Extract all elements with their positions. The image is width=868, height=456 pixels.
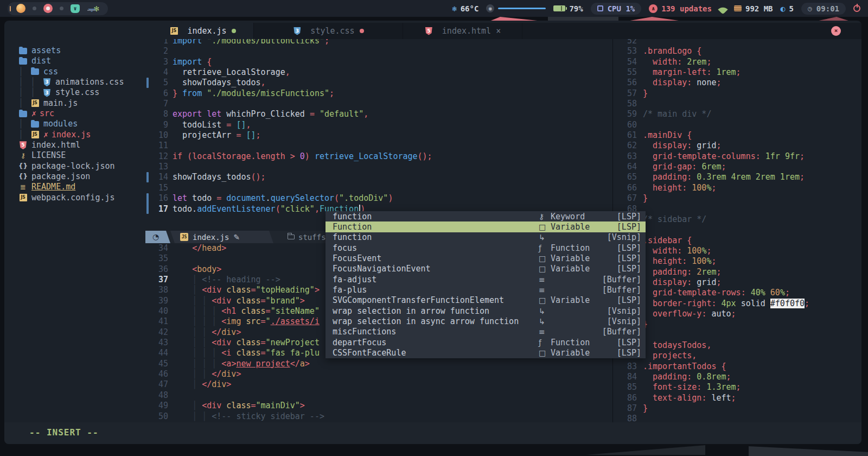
tree-item-style-css[interactable]: ││3style.css xyxy=(4,87,152,98)
code-line-3[interactable]: 3import { xyxy=(152,57,613,67)
code-line-66[interactable]: 66 height: 100%; xyxy=(613,183,861,193)
code-line-64[interactable]: 64 grid-gap: 6rem; xyxy=(613,162,861,172)
code-line-85[interactable]: 85 font-size: 1.3rem; xyxy=(613,382,861,392)
tab-close-icon[interactable]: × xyxy=(496,26,501,36)
editor-index-js[interactable]: 1import "./modules/buttonClicks";23impor… xyxy=(152,36,613,232)
completion-item-miscfunctions[interactable]: miscFunctions≡[Buffer] xyxy=(326,327,646,337)
chromium-icon[interactable] xyxy=(43,4,53,13)
wifi-icon[interactable] xyxy=(718,4,727,14)
code-line-8[interactable]: 8export let whichPro_Clicked = "default"… xyxy=(152,109,613,119)
code-line-78[interactable]: 78 overflow-y: auto; xyxy=(613,309,861,319)
completion-item-wrap-selection-in-async-arrow-function[interactable]: wrap selection in async arrow function↳[… xyxy=(326,316,646,326)
completion-popup[interactable]: function⚷Keyword[LSP]Function□Variable[L… xyxy=(326,211,646,358)
workspace-widget[interactable]: ◐ 5 xyxy=(781,4,794,14)
completion-item-departfocus[interactable]: departFocusƒFunction[LSP] xyxy=(326,337,646,347)
code-line-58[interactable]: 58 xyxy=(613,99,861,109)
tree-item-dist[interactable]: dist xyxy=(4,56,152,66)
completion-item-fa-adjust[interactable]: fa-adjust≡[Buffer] xyxy=(326,274,646,284)
tab-index-js[interactable]: JSindex.js xyxy=(152,23,254,39)
code-line-47[interactable]: 47 │ </div> xyxy=(152,379,613,390)
tree-item-package-lock-json[interactable]: {}package-lock.json xyxy=(4,161,152,172)
tree-item-src[interactable]: ✗src xyxy=(4,109,152,119)
file-tree[interactable]: assetsdist│css││3animations.css││3style.… xyxy=(4,23,152,421)
code-line-76[interactable]: 76 grid-template-rows: 40% 60%; xyxy=(613,288,861,298)
completion-item-wrap-selection-in-arrow-function[interactable]: wrap selection in arrow function↳[Vsnip] xyxy=(326,306,646,316)
code-line-73[interactable]: 73 height: 100%; xyxy=(613,256,861,267)
code-line-82[interactable]: 82 projects, xyxy=(613,351,861,361)
completion-item-function[interactable]: Function□Variable[LSP] xyxy=(326,221,646,232)
completion-item-focusevent[interactable]: FocusEvent□Variable[LSP] xyxy=(326,253,646,263)
code-line-14[interactable]: 14showTodays_todos(); xyxy=(152,172,613,182)
code-line-86[interactable]: 86 text-align: left; xyxy=(613,393,861,403)
code-line-6[interactable]: 6} from "./modules/miscFunctions"; xyxy=(152,88,613,99)
code-line-70[interactable]: 70 xyxy=(613,225,861,235)
code-line-75[interactable]: 75 display: grid; xyxy=(613,277,861,288)
pocket-icon[interactable]: ∨ xyxy=(71,4,80,13)
code-line-65[interactable]: 65 padding: 0.3rem 4rem 2rem 1rem; xyxy=(613,172,861,182)
tree-item-webpack-config-js[interactable]: JSwebpack.config.js xyxy=(4,193,152,203)
tree-item-index-html[interactable]: 5index.html xyxy=(4,140,152,150)
code-line-61[interactable]: 61.mainDiv { xyxy=(613,130,861,141)
code-line-68[interactable]: 68 xyxy=(613,204,861,214)
code-line-62[interactable]: 62 display: grid; xyxy=(613,141,861,151)
code-line-50[interactable]: 50 │ │ <!-- sticky sidebar --> xyxy=(152,411,613,422)
code-line-53[interactable]: 53.brandLogo { xyxy=(613,46,861,56)
code-line-48[interactable]: 48 xyxy=(152,390,613,401)
tree-item-readme-md[interactable]: ≣README.md xyxy=(4,182,152,192)
code-line-87[interactable]: 87} xyxy=(613,403,861,414)
updates-widget[interactable]: ∧ 139 updates xyxy=(649,4,712,13)
code-line-63[interactable]: 63 grid-template-columns: 1fr 9fr; xyxy=(613,151,861,162)
tab-style-css[interactable]: 3style.css xyxy=(254,23,403,39)
code-line-67[interactable]: 67} xyxy=(613,193,861,204)
code-line-72[interactable]: 72 width: 100%; xyxy=(613,246,861,256)
completion-item-focusnavigationevent[interactable]: FocusNavigationEvent□Variable[LSP] xyxy=(326,264,646,274)
code-line-46[interactable]: 46 │ │ </div> xyxy=(152,369,613,379)
tab-index-html[interactable]: 5index.html× xyxy=(403,23,522,39)
brightness-widget[interactable]: ◉ xyxy=(486,4,546,12)
code-line-60[interactable]: 60 xyxy=(613,120,861,130)
tree-item-animations-css[interactable]: ││3animations.css xyxy=(4,77,152,87)
code-line-81[interactable]: 81 todaysTodos, xyxy=(613,340,861,351)
code-line-4[interactable]: 4 retrieve_LocalStorage, xyxy=(152,67,613,78)
tree-item-license[interactable]: ⚷LICENSE xyxy=(4,150,152,161)
code-line-11[interactable]: 11 xyxy=(152,141,613,151)
code-line-2[interactable]: 2 xyxy=(152,46,613,56)
tree-item-main-js[interactable]: │JSmain.js xyxy=(4,98,152,109)
code-line-45[interactable]: 45 │ │ │ <a>new project</a> xyxy=(152,359,613,369)
code-line-49[interactable]: 49 │ <div class="mainDiv"> xyxy=(152,401,613,411)
completion-item-cssfontfacerule[interactable]: CSSFontFaceRule□Variable[LSP] xyxy=(326,347,646,358)
editor-style-css[interactable]: 5253.brandLogo {54 width: 2rem;55 margin… xyxy=(613,36,861,422)
code-line-71[interactable]: 71.sidebar { xyxy=(613,236,861,246)
code-line-59[interactable]: 59/* main div */ xyxy=(613,109,861,119)
code-line-79[interactable]: 79} xyxy=(613,319,861,330)
code-line-7[interactable]: 7 xyxy=(152,99,613,109)
code-line-15[interactable]: 15 xyxy=(152,183,613,193)
close-all-button[interactable]: × xyxy=(831,26,841,36)
tree-item-assets[interactable]: assets xyxy=(4,46,152,56)
code-line-69[interactable]: 69/* sidebar */ xyxy=(613,214,861,225)
code-line-5[interactable]: 5 showTodays_todos, xyxy=(152,78,613,88)
code-line-77[interactable]: 77 border-right: 4px solid #f0f0f0; xyxy=(613,299,861,309)
code-line-57[interactable]: 57} xyxy=(613,88,861,99)
tree-item-modules[interactable]: │modules xyxy=(4,119,152,129)
code-line-80[interactable]: 80 xyxy=(613,330,861,340)
code-line-74[interactable]: 74 padding: 2rem; xyxy=(613,267,861,277)
cpu-widget[interactable]: CPU 1% xyxy=(591,3,642,15)
tree-item-index-js[interactable]: │JS✗index.js xyxy=(4,130,152,140)
brightness-slider[interactable] xyxy=(498,8,546,9)
code-line-54[interactable]: 54 width: 2rem; xyxy=(613,57,861,67)
code-line-83[interactable]: 83.importantTodos { xyxy=(613,362,861,372)
code-line-13[interactable]: 13 xyxy=(152,162,613,172)
code-line-12[interactable]: 12if (localStorage.length > 0) retrieve_… xyxy=(152,151,613,162)
completion-item-focus[interactable]: focusƒFunction[LSP] xyxy=(326,243,646,253)
code-line-10[interactable]: 10 projectArr = []; xyxy=(152,130,613,141)
completion-item-svgcomponenttransferfunctionelement[interactable]: SVGComponentTransferFunctionElement□Vari… xyxy=(326,295,646,306)
completion-item-fa-plus[interactable]: fa-plus≡[Buffer] xyxy=(326,284,646,295)
firefox-icon[interactable] xyxy=(16,4,25,13)
completion-item-function[interactable]: function↳[Vsnip] xyxy=(326,232,646,243)
code-line-55[interactable]: 55 margin-left: 1rem; xyxy=(613,67,861,78)
code-line-9[interactable]: 9 todoList = [], xyxy=(152,120,613,130)
tree-item-css[interactable]: │css xyxy=(4,67,152,77)
code-line-84[interactable]: 84 padding: 0.8rem; xyxy=(613,372,861,382)
power-icon[interactable] xyxy=(853,5,860,12)
